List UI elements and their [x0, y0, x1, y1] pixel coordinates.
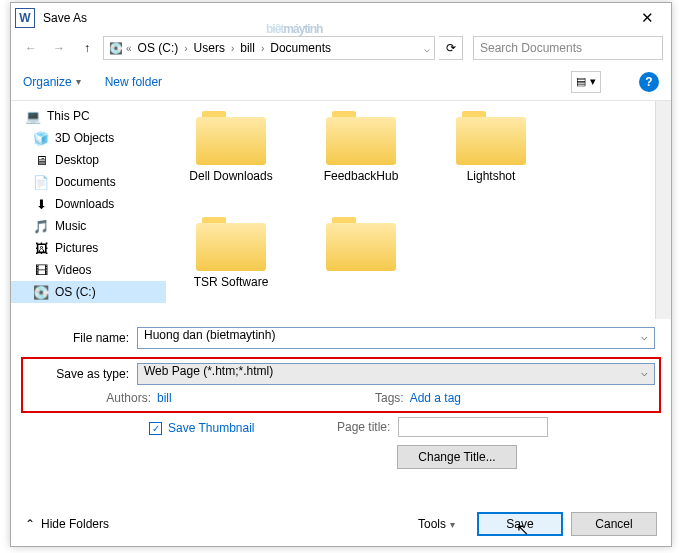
new-folder-button[interactable]: New folder: [105, 75, 162, 89]
tree-item-label: Pictures: [55, 241, 98, 255]
tree-item[interactable]: 💽OS (C:): [11, 281, 166, 303]
save-type-label: Save as type:: [27, 367, 137, 381]
help-button[interactable]: ?: [639, 72, 659, 92]
tree-item-label: Videos: [55, 263, 91, 277]
tree-item[interactable]: ⬇Downloads: [11, 193, 166, 215]
crumb-bill[interactable]: bill: [236, 39, 259, 57]
tree-item-icon: 🎵: [33, 218, 49, 234]
save-thumbnail-checkbox[interactable]: ✓: [149, 422, 162, 435]
tree-item-icon: ⬇: [33, 196, 49, 212]
forward-button[interactable]: →: [47, 36, 71, 60]
body: 💻This PC 🧊3D Objects🖥Desktop📄Documents⬇D…: [11, 101, 671, 319]
folder-item[interactable]: Lightshot: [436, 109, 546, 209]
tree-item-icon: 📄: [33, 174, 49, 190]
search-input[interactable]: Search Documents: [473, 36, 663, 60]
folder-label: TSR Software: [194, 275, 269, 289]
window-title: Save As: [43, 11, 627, 25]
nav-tree: 💻This PC 🧊3D Objects🖥Desktop📄Documents⬇D…: [11, 101, 166, 319]
tags-label: Tags:: [354, 391, 404, 405]
hide-folders-button[interactable]: ⌃Hide Folders: [25, 517, 109, 531]
nav-bar: ← → ↑ 💽 « OS (C:) › Users › bill › Docum…: [11, 33, 671, 63]
folder-icon: [196, 215, 266, 271]
crumb-documents[interactable]: Documents: [266, 39, 335, 57]
footer: ⌃Hide Folders Tools▾ Save Cancel: [11, 512, 671, 536]
tree-item[interactable]: 🧊3D Objects: [11, 127, 166, 149]
crumb-users[interactable]: Users: [190, 39, 229, 57]
tree-item[interactable]: 🖥Desktop: [11, 149, 166, 171]
tree-item[interactable]: 🎞Videos: [11, 259, 166, 281]
save-button[interactable]: Save: [477, 512, 563, 536]
tree-item-label: OS (C:): [55, 285, 96, 299]
save-thumbnail-label: Save Thumbnail: [168, 421, 255, 435]
tree-item-label: Documents: [55, 175, 116, 189]
folder-item[interactable]: FeedbackHub: [306, 109, 416, 209]
titlebar: W Save As ✕: [11, 3, 671, 33]
authors-value[interactable]: bill: [157, 391, 172, 405]
chevron-up-icon: ⌃: [25, 517, 35, 531]
tree-item-label: Downloads: [55, 197, 114, 211]
tree-item-label: Music: [55, 219, 86, 233]
tree-item[interactable]: 🎵Music: [11, 215, 166, 237]
tree-item-icon: 🎞: [33, 262, 49, 278]
save-as-dialog: biêtmáytinh W Save As ✕ ← → ↑ 💽 « OS (C:…: [10, 2, 672, 547]
crumb-os[interactable]: OS (C:): [134, 39, 183, 57]
page-title-input[interactable]: [398, 417, 548, 437]
folder-view[interactable]: Dell DownloadsFeedbackHubLightshotTSR So…: [166, 101, 671, 319]
tree-item[interactable]: 📄Documents: [11, 171, 166, 193]
tools-menu[interactable]: Tools▾: [418, 517, 455, 531]
tree-item-label: 3D Objects: [55, 131, 114, 145]
folder-icon: [456, 109, 526, 165]
toolbar: Organize▾ New folder ▤ ▾ ?: [11, 63, 671, 101]
chevron-down-icon[interactable]: ⌵: [424, 43, 430, 54]
address-bar[interactable]: 💽 « OS (C:) › Users › bill › Documents ⌵: [103, 36, 435, 60]
page-title-label: Page title:: [337, 420, 390, 434]
folder-item[interactable]: [306, 215, 416, 315]
authors-label: Authors:: [101, 391, 151, 405]
highlight-box: Save as type: Web Page (*.htm;*.html) Au…: [21, 357, 661, 413]
tree-item-label: Desktop: [55, 153, 99, 167]
file-name-input[interactable]: Huong dan (bietmaytinh): [137, 327, 655, 349]
folder-label: Dell Downloads: [189, 169, 272, 183]
form-area: File name: Huong dan (bietmaytinh) Save …: [11, 319, 671, 469]
folder-label: Lightshot: [467, 169, 516, 183]
back-button[interactable]: ←: [19, 36, 43, 60]
cancel-button[interactable]: Cancel: [571, 512, 657, 536]
tree-item-icon: 🖥: [33, 152, 49, 168]
scrollbar[interactable]: [655, 101, 671, 319]
tree-this-pc[interactable]: 💻This PC: [11, 105, 166, 127]
folder-item[interactable]: TSR Software: [176, 215, 286, 315]
close-button[interactable]: ✕: [627, 4, 667, 32]
tree-item-icon: 🖼: [33, 240, 49, 256]
folder-label: FeedbackHub: [324, 169, 399, 183]
folder-item[interactable]: Dell Downloads: [176, 109, 286, 209]
refresh-button[interactable]: ⟳: [439, 36, 463, 60]
drive-icon: 💽: [108, 40, 124, 56]
tags-value[interactable]: Add a tag: [410, 391, 461, 405]
pc-icon: 💻: [25, 108, 41, 124]
folder-icon: [326, 215, 396, 271]
folder-icon: [196, 109, 266, 165]
organize-menu[interactable]: Organize▾: [23, 75, 81, 89]
change-title-button[interactable]: Change Title...: [397, 445, 517, 469]
chevron-icon: ›: [184, 43, 187, 54]
folder-icon: [326, 109, 396, 165]
tree-item[interactable]: 🖼Pictures: [11, 237, 166, 259]
up-button[interactable]: ↑: [75, 36, 99, 60]
save-type-select[interactable]: Web Page (*.htm;*.html): [137, 363, 655, 385]
word-icon: W: [15, 8, 35, 28]
chevron-icon: «: [126, 43, 132, 54]
tree-item-icon: 💽: [33, 284, 49, 300]
chevron-icon: ›: [261, 43, 264, 54]
file-name-label: File name:: [27, 331, 137, 345]
chevron-icon: ›: [231, 43, 234, 54]
tree-item-icon: 🧊: [33, 130, 49, 146]
view-options-button[interactable]: ▤ ▾: [571, 71, 601, 93]
